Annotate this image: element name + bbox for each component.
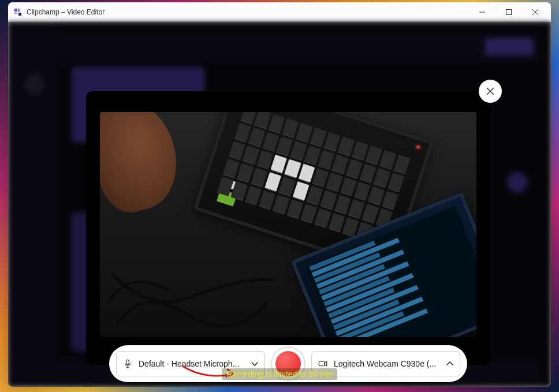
modal-overlay: Default - Headset Microph... Logitech We… bbox=[8, 22, 551, 387]
chevron-down-icon bbox=[251, 360, 259, 368]
svg-rect-0 bbox=[14, 8, 17, 11]
camera-recorder-modal: Default - Headset Microph... Logitech We… bbox=[86, 91, 490, 365]
svg-rect-1 bbox=[18, 12, 21, 15]
camera-preview bbox=[100, 112, 476, 337]
minimize-button[interactable] bbox=[469, 2, 495, 22]
microphone-icon bbox=[122, 359, 133, 369]
titlebar: Clipchamp – Video Editor bbox=[8, 2, 551, 22]
maximize-button[interactable] bbox=[495, 2, 522, 22]
svg-rect-3 bbox=[18, 8, 20, 11]
microphone-label: Default - Headset Microph... bbox=[139, 359, 245, 368]
app-window: Clipchamp – Video Editor bbox=[8, 2, 551, 387]
close-modal-button[interactable] bbox=[479, 80, 502, 103]
window-title: Clipchamp – Video Editor bbox=[27, 8, 469, 16]
close-window-button[interactable] bbox=[522, 2, 549, 22]
svg-rect-10 bbox=[126, 360, 129, 364]
svg-rect-5 bbox=[506, 9, 512, 14]
camera-label: Logitech Webcam C930e (... bbox=[334, 359, 440, 368]
camera-icon bbox=[318, 359, 328, 369]
close-icon bbox=[486, 87, 494, 95]
chevron-up-icon bbox=[446, 360, 454, 368]
svg-rect-11 bbox=[319, 361, 325, 366]
recording-limit-notice: Recording is limited to 30 min bbox=[222, 368, 337, 380]
app-icon bbox=[14, 8, 22, 16]
svg-rect-2 bbox=[14, 12, 17, 13]
